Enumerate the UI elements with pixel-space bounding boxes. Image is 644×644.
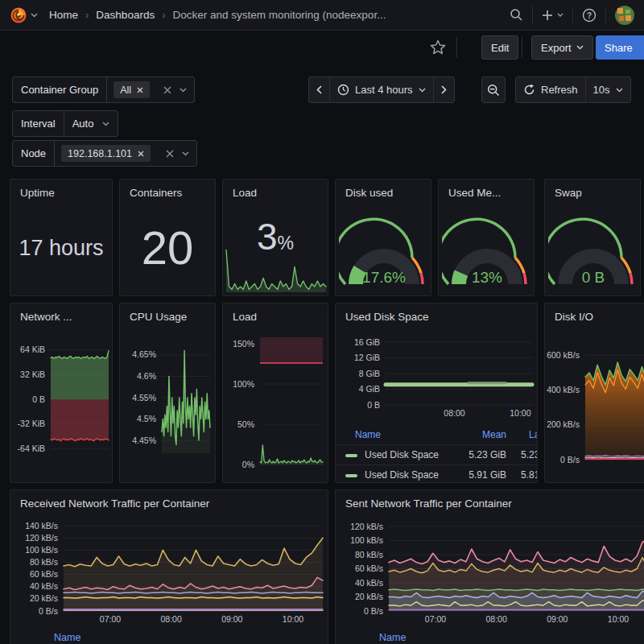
- chevron-down-icon[interactable]: [98, 111, 118, 136]
- svg-text:17.6%: 17.6%: [362, 269, 406, 286]
- share-button[interactable]: Share: [596, 35, 644, 60]
- help-icon[interactable]: ?: [582, 8, 597, 23]
- used-memory-gauge: 13%: [442, 207, 532, 292]
- panel-title[interactable]: Network ...: [10, 303, 112, 323]
- panel-disk-io: Disk I/O 600 kB/s400 kB/s200 kB/s0 B/s: [544, 303, 644, 483]
- time-shift-back-button[interactable]: [309, 77, 330, 102]
- close-icon: [138, 151, 144, 157]
- dashboard-toolbar: Edit Export Share: [0, 31, 644, 64]
- panel-title[interactable]: Disk I/O: [545, 303, 644, 323]
- chevron-down-icon[interactable]: [178, 141, 196, 166]
- svg-text:120 kB/s: 120 kB/s: [350, 522, 383, 531]
- sent-traffic-chart[interactable]: 120 kB/s100 kB/s80 kB/s60 kB/s40 kB/s20 …: [336, 514, 644, 627]
- used-disk-space-chart[interactable]: 16 GiB12 GiB8 GiB4 GiB0 B08:0010:00: [336, 326, 538, 424]
- panel-load-graph: Load 150%100%50%0%: [222, 303, 328, 483]
- disk-used-gauge: 17.6%: [339, 207, 429, 292]
- export-button[interactable]: Export: [531, 35, 593, 60]
- legend-header-name[interactable]: Name: [355, 429, 381, 440]
- legend-header-name[interactable]: Name: [379, 632, 406, 643]
- search-icon[interactable]: [510, 8, 523, 22]
- svg-text:4.5%: 4.5%: [137, 414, 156, 423]
- svg-text:0 B/s: 0 B/s: [560, 455, 580, 464]
- panel-title[interactable]: Received Network Traffic per Container: [10, 490, 328, 510]
- svg-text:0 B: 0 B: [367, 400, 380, 410]
- divider: [605, 6, 606, 24]
- panel-title[interactable]: Used Me...: [439, 180, 534, 199]
- svg-text:09:00: 09:00: [547, 614, 568, 624]
- swap-gauge: 0 B: [548, 207, 638, 292]
- divider: [572, 6, 573, 24]
- svg-text:0 B: 0 B: [32, 394, 45, 404]
- breadcrumb-home[interactable]: Home: [49, 9, 78, 21]
- refresh-interval-dropdown[interactable]: 10s: [586, 77, 630, 102]
- svg-text:4 GiB: 4 GiB: [359, 384, 380, 394]
- legend-header-mean[interactable]: Mean: [456, 429, 506, 440]
- disk-io-chart[interactable]: 600 kB/s400 kB/s200 kB/s0 B/s: [545, 336, 644, 471]
- star-icon[interactable]: [430, 39, 446, 55]
- svg-text:07:00: 07:00: [425, 614, 446, 624]
- filter-label: Container Group: [13, 77, 107, 102]
- svg-text:64 KiB: 64 KiB: [20, 345, 45, 354]
- panel-used-memory: Used Me... 13%: [438, 179, 535, 296]
- svg-text:08:00: 08:00: [160, 614, 181, 624]
- add-new-button[interactable]: [542, 10, 564, 21]
- panel-title[interactable]: Swap: [545, 180, 640, 199]
- panel-swap: Swap 0 B: [544, 179, 641, 296]
- panel-sent-traffic: Sent Network Traffic per Container 120 k…: [335, 489, 644, 644]
- svg-text:0 B: 0 B: [582, 269, 605, 286]
- series-swatch: [345, 454, 357, 457]
- svg-text:40 kB/s: 40 kB/s: [355, 578, 383, 588]
- interval-value[interactable]: Auto: [64, 111, 99, 136]
- clear-filter-icon[interactable]: [162, 141, 178, 166]
- panel-title[interactable]: Sent Network Traffic per Container: [336, 490, 644, 510]
- filter-node: Node 192.168.1.101: [12, 140, 197, 167]
- svg-text:100%: 100%: [233, 379, 254, 389]
- chevron-down-icon[interactable]: [175, 77, 194, 102]
- legend-header-row: Name Mean Last *: [336, 424, 537, 444]
- panel-cpu-usage: CPU Usage 4.65%4.6%4.55%4.5%4.45%: [119, 303, 216, 483]
- filter-value-chip[interactable]: 192.168.1.101: [61, 145, 151, 162]
- network-chart[interactable]: 64 KiB32 KiB0 B-32 KiB-64 KiB: [10, 331, 113, 481]
- org-switcher-chevron-icon[interactable]: [31, 13, 38, 18]
- zoom-out-icon: [487, 84, 500, 97]
- time-range-controls: Last 4 hours: [308, 76, 455, 103]
- clock-icon: [337, 84, 349, 96]
- panel-title[interactable]: Disk used: [336, 180, 431, 199]
- svg-text:0 B/s: 0 B/s: [364, 606, 383, 616]
- panel-title[interactable]: Load: [223, 180, 328, 199]
- legend-header-last[interactable]: Last *: [529, 429, 538, 440]
- svg-text:20 kB/s: 20 kB/s: [30, 593, 58, 603]
- panel-used-disk-space: Used Disk Space 16 GiB12 GiB8 GiB4 GiB0 …: [335, 303, 538, 483]
- filter-value-chip[interactable]: All: [114, 81, 150, 98]
- time-shift-forward-button[interactable]: [434, 77, 454, 102]
- refresh-button[interactable]: Refresh: [516, 77, 586, 102]
- chevron-down-icon: [419, 88, 426, 93]
- panel-title[interactable]: Load: [223, 303, 328, 323]
- edit-button[interactable]: Edit: [481, 35, 518, 60]
- legend-row[interactable]: Used Disk Space 5.23 GiB 5.23 GiB: [336, 444, 537, 464]
- panel-title[interactable]: Used Disk Space: [336, 303, 537, 323]
- panel-disk-used: Disk used 17.6%: [335, 179, 431, 296]
- load-sparkline[interactable]: [225, 244, 328, 294]
- time-range-picker[interactable]: Last 4 hours: [330, 77, 434, 102]
- stat-value: 17 hours: [19, 236, 103, 261]
- panel-title[interactable]: Containers: [120, 180, 215, 199]
- svg-text:50%: 50%: [237, 419, 254, 429]
- svg-text:32 KiB: 32 KiB: [20, 369, 45, 379]
- load-chart[interactable]: 150%100%50%0%: [223, 331, 328, 481]
- cpu-usage-chart[interactable]: 4.65%4.6%4.55%4.5%4.45%: [120, 331, 216, 481]
- legend-header-name[interactable]: Name: [54, 632, 80, 643]
- grafana-logo[interactable]: [10, 6, 27, 24]
- breadcrumb-dashboards[interactable]: Dashboards: [96, 9, 155, 21]
- received-traffic-chart[interactable]: 140 kB/s120 kB/s100 kB/s80 kB/s60 kB/s40…: [10, 514, 328, 627]
- avatar[interactable]: [615, 6, 634, 25]
- panel-title[interactable]: Uptime: [10, 180, 112, 199]
- zoom-out-button[interactable]: [481, 76, 506, 103]
- panel-title[interactable]: CPU Usage: [120, 303, 215, 323]
- svg-text:16 GiB: 16 GiB: [354, 337, 380, 347]
- legend-row[interactable]: Used Disk Space 5.91 GiB 5.81 GiB: [336, 464, 537, 483]
- refresh-icon: [523, 84, 535, 96]
- clear-filter-icon[interactable]: [159, 77, 175, 102]
- svg-text:-32 KiB: -32 KiB: [18, 419, 45, 428]
- svg-text:400 kB/s: 400 kB/s: [547, 385, 580, 394]
